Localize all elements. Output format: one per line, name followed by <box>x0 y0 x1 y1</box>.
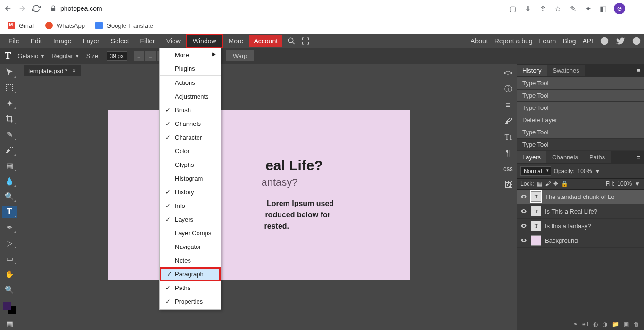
kebab-icon[interactable]: ⋮ <box>632 4 640 13</box>
browser-nav-bar: photopea.com ▢ ⇩ ⇪ ☆ ✎ ✦ ◧ G ⋮ <box>0 0 644 17</box>
reload-icon[interactable] <box>32 4 41 13</box>
browser-chrome: photopea.com ▢ ⇩ ⇪ ☆ ✎ ✦ ◧ G ⋮ Gmail Wha… <box>0 0 644 34</box>
whatsapp-icon <box>45 22 53 29</box>
forward-icon[interactable] <box>18 4 26 13</box>
url-bar[interactable]: photopea.com <box>50 5 102 12</box>
profile-badge[interactable]: G <box>614 3 625 14</box>
gmail-icon <box>8 22 15 29</box>
bookmark-label: WhatsApp <box>57 22 85 29</box>
sidepanel-icon[interactable]: ◧ <box>599 4 607 13</box>
eyedropper-icon[interactable]: ✎ <box>569 4 577 13</box>
url-text: photopea.com <box>60 5 102 12</box>
share-icon[interactable]: ⇪ <box>538 4 547 13</box>
bookmark-label: Gmail <box>19 22 35 29</box>
install-icon[interactable]: ▢ <box>508 4 517 13</box>
extensions-icon[interactable]: ✦ <box>584 4 592 13</box>
download-icon[interactable]: ⇩ <box>523 4 532 13</box>
bookmarks-bar: Gmail WhatsApp Google Translate <box>0 17 644 34</box>
star-icon[interactable]: ☆ <box>553 4 562 13</box>
bookmark-label: Google Translate <box>107 22 153 29</box>
bookmark-translate[interactable]: Google Translate <box>95 22 153 29</box>
browser-nav-right: ▢ ⇩ ⇪ ☆ ✎ ✦ ◧ G ⋮ <box>508 3 640 14</box>
bookmark-gmail[interactable]: Gmail <box>8 22 35 29</box>
translate-icon <box>95 22 103 29</box>
bookmark-whatsapp[interactable]: WhatsApp <box>45 22 85 29</box>
back-icon[interactable] <box>4 4 12 13</box>
lock-icon <box>50 5 57 12</box>
